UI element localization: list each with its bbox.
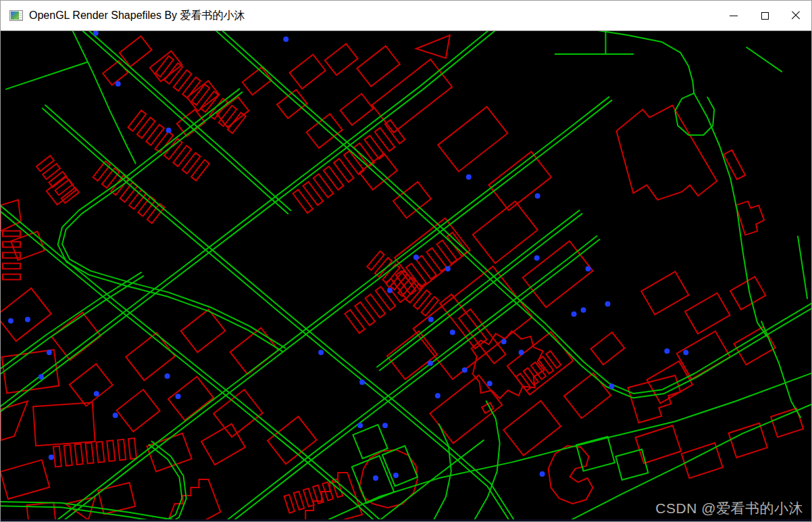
app-icon [9,10,23,21]
app-icon-image [11,11,19,20]
minimize-icon [730,16,738,16]
window-title: OpenGL Render Shapefiles By 爱看书的小沐 [29,9,245,23]
minimize-button[interactable] [718,1,749,30]
app-window: OpenGL Render Shapefiles By 爱看书的小沐 CSDN … [0,0,812,522]
map-viewport[interactable]: CSDN @爱看书的小沐 [1,31,811,521]
maximize-icon [761,12,769,20]
close-icon [791,11,801,20]
app-icon-strip [19,11,22,20]
close-button[interactable] [780,1,811,30]
title-bar[interactable]: OpenGL Render Shapefiles By 爱看书的小沐 [1,1,811,31]
maximize-button[interactable] [749,1,780,30]
window-controls [718,1,811,30]
screen-edge-strip [1,519,811,521]
